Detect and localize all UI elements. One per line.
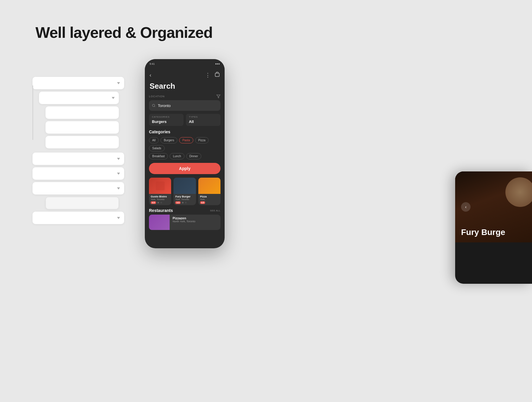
pill-breakfast[interactable]: Breakfast [149,153,168,159]
restaurant-image [198,178,220,194]
phone-navbar: ‹ ⋮ [145,69,225,82]
restaurants-section-title: Restaurants [149,208,173,213]
bookmark-icon: ☆ [160,201,162,204]
rating-badge: 4.5 [200,201,205,204]
filter-row: CATEGORIES Burgers TYPES All [149,114,220,126]
apply-button[interactable]: Apply [149,163,220,174]
chevron-down-icon [117,158,120,160]
restaurant-location: York, [200,198,219,201]
restaurant-image [149,178,171,194]
list-item[interactable] [33,182,133,194]
delivery-icon: ⊕ [157,201,159,204]
delivery-icon: ⊕ [182,201,184,204]
restaurant-card-fury[interactable]: Fury Burger York, Toronto 4.5 ⊕ ☆ [173,178,196,205]
restaurant-card-pizzazen[interactable]: Pizzazen North York, Toronto [149,215,220,230]
chevron-down-icon [117,187,120,189]
restaurant-location: York, Toronto [175,198,194,201]
pill-dinner[interactable]: Dinner [186,153,201,159]
pill-lunch[interactable]: Lunch [170,153,184,159]
chevron-down-icon [117,173,120,175]
pill-burgers[interactable]: Burgers [160,137,177,143]
list-item[interactable] [39,92,133,104]
chevron-down-icon [117,82,120,84]
search-icon [152,104,155,107]
list-item [46,121,133,134]
list-item[interactable] [33,212,133,224]
restaurant-location: York, Toronto [151,198,169,201]
more-icon[interactable]: ⋮ [205,72,210,78]
filter-icon[interactable] [216,94,220,98]
back-button[interactable]: ‹ [461,202,471,212]
categories-section-title: Categories [149,129,220,134]
pill-pasta[interactable]: Pasta [179,137,193,143]
svg-rect-0 [215,73,219,77]
text-input[interactable] [46,197,133,209]
category-pills-row2: Breakfast Lunch Dinner [149,153,220,159]
phone-content: Search LOCATION Toronto CATEGORIES Burge… [145,82,225,230]
categories-label: CATEGORIES [152,116,181,118]
restaurant-name-overlay: Fury Burge [461,228,505,236]
restaurant-card-gusto[interactable]: Gusto Bistro York, Toronto 4.5 ⊕ ☆ [149,178,171,205]
right-phone-image: ‹ Fury Burge [455,171,532,242]
categories-value: Burgers [152,119,167,124]
pizzazen-location: North York, Toronto [173,220,195,223]
restaurant-card-pizza[interactable]: Pizza York, 4.5 [198,178,220,205]
types-filter[interactable]: TYPES All [186,114,220,126]
right-phone-mockup: ‹ Fury Burge [455,171,532,284]
tree-line [33,115,33,140]
location-label: LOCATION [149,94,220,98]
list-item[interactable] [33,153,133,165]
status-bar: 9:41 ●●● [145,59,225,69]
categories-filter[interactable]: CATEGORIES Burgers [149,114,184,126]
pill-all[interactable]: All [149,137,159,143]
rating-badge: 4.5 [175,201,181,204]
pizzazen-name: Pizzazen [173,216,195,220]
restaurant-cards-grid: Gusto Bistro York, Toronto 4.5 ⊕ ☆ Fury … [149,178,220,205]
restaurants-section-header: Restaurants SEE ALL [149,208,220,213]
pill-pizza[interactable]: Pizza [195,137,209,143]
restaurant-name: Pizza [200,195,219,198]
left-panel [33,77,133,226]
svg-marker-1 [217,95,220,98]
restaurant-name: Fury Burger [175,195,194,198]
bookmark-icon: ☆ [185,201,187,204]
phone-mockup: 9:41 ●●● ‹ ⋮ Search LOCATION [145,59,225,248]
pizzazen-image [149,215,170,230]
search-heading: Search [149,82,220,91]
list-item[interactable] [33,77,133,89]
restaurant-image [173,178,196,194]
list-item [46,106,133,119]
rating-badge: 4.5 [151,201,156,204]
bag-icon[interactable] [215,72,220,78]
back-icon[interactable]: ‹ [150,72,151,78]
svg-point-2 [153,104,155,107]
pill-salads[interactable]: Salads [149,145,165,151]
types-value: All [189,119,194,124]
restaurant-name: Gusto Bistro [151,195,169,198]
types-label: TYPES [189,116,218,118]
see-all-link[interactable]: SEE ALL [210,209,220,212]
list-item [46,136,133,148]
chevron-down-icon [112,97,115,99]
category-pills-row1: All Burgers Pasta Pizza Salads [149,137,220,151]
search-value: Toronto [158,103,171,108]
list-item[interactable] [33,167,133,180]
page-title: Well layered & Organized [35,24,213,41]
search-input[interactable]: Toronto [149,100,220,111]
chevron-down-icon [117,217,120,219]
